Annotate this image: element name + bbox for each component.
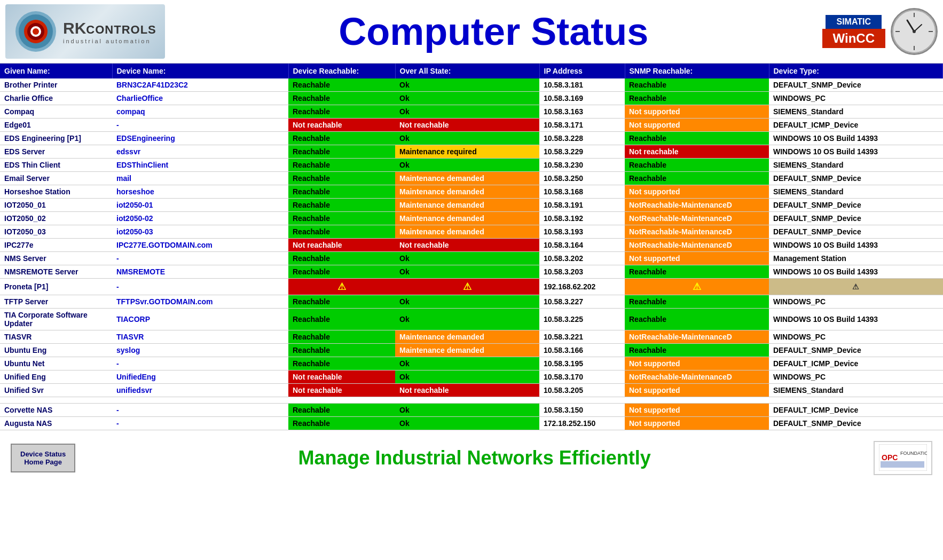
cell-device: TIACORP bbox=[112, 309, 288, 330]
cell-reachable: Not reachable bbox=[288, 119, 395, 132]
device-status-home-button[interactable]: Device Status Home Page bbox=[11, 444, 75, 472]
cell-overall: Ok bbox=[395, 132, 539, 145]
cell-type: SIEMENS_Standard bbox=[769, 384, 943, 397]
table-row: IOT2050_01 iot2050-01 Reachable Maintena… bbox=[0, 199, 943, 212]
cell-ip: 10.58.3.168 bbox=[539, 185, 625, 199]
table-row: Ubuntu Net - Reachable Ok 10.58.3.195 No… bbox=[0, 357, 943, 370]
cell-overall: Ok bbox=[395, 265, 539, 279]
cell-overall: Maintenance demanded bbox=[395, 185, 539, 199]
cell-type: DEFAULT_SNMP_Device bbox=[769, 225, 943, 239]
cell-overall: Not reachable bbox=[395, 119, 539, 132]
svg-text:FOUNDATION: FOUNDATION bbox=[900, 451, 927, 456]
cell-ip: 10.58.3.225 bbox=[539, 309, 625, 330]
table-row: Ubuntu Eng syslog Reachable Maintenance … bbox=[0, 344, 943, 357]
table-row: Email Server mail Reachable Maintenance … bbox=[0, 172, 943, 185]
table-row: TIASVR TIASVR Reachable Maintenance dema… bbox=[0, 330, 943, 344]
cell-reachable: Not reachable bbox=[288, 239, 395, 252]
cell-device: - bbox=[112, 404, 288, 417]
cell-device: - bbox=[112, 357, 288, 370]
cell-snmp: Reachable bbox=[625, 159, 769, 172]
cell-ip: 10.58.3.192 bbox=[539, 212, 625, 225]
cell-reachable: Reachable bbox=[288, 357, 395, 370]
cell-given: IOT2050_03 bbox=[0, 225, 112, 239]
table-row: Charlie Office CharlieOffice Reachable O… bbox=[0, 92, 943, 105]
cell-type: WINDOWS_PC bbox=[769, 370, 943, 384]
cell-given: IOT2050_02 bbox=[0, 212, 112, 225]
cell-snmp: Not reachable bbox=[625, 145, 769, 159]
cell-device: - bbox=[112, 417, 288, 430]
cell-given: Augusta NAS bbox=[0, 417, 112, 430]
cell-ip: 10.58.3.169 bbox=[539, 92, 625, 105]
cell-snmp: Not supported bbox=[625, 105, 769, 119]
cell-type: DEFAULT_ICMP_Device bbox=[769, 357, 943, 370]
status-table-container: Given Name: Device Name: Device Reachabl… bbox=[0, 64, 943, 430]
brand-text-block: RKCONTROLS industrial automation bbox=[63, 19, 156, 44]
cell-overall: Ok bbox=[395, 78, 539, 92]
table-row: NMSREMOTE Server NMSREMOTE Reachable Ok … bbox=[0, 265, 943, 279]
cell-device: - bbox=[112, 279, 288, 295]
cell-overall: Maintenance required bbox=[395, 145, 539, 159]
cell-ip: 10.58.3.203 bbox=[539, 265, 625, 279]
cell-given: Charlie Office bbox=[0, 92, 112, 105]
cell-given: TFTP Server bbox=[0, 295, 112, 309]
cell-ip: 10.58.3.195 bbox=[539, 357, 625, 370]
cell-given: EDS Thin Client bbox=[0, 159, 112, 172]
table-row: Corvette NAS - Reachable Ok 10.58.3.150 … bbox=[0, 404, 943, 417]
cell-reachable: Reachable bbox=[288, 330, 395, 344]
cell-type: WINDOWS_PC bbox=[769, 92, 943, 105]
cell-type: DEFAULT_SNMP_Device bbox=[769, 212, 943, 225]
cell-snmp: Not supported bbox=[625, 252, 769, 265]
cell-given: IOT2050_01 bbox=[0, 199, 112, 212]
cell-given: TIA Corporate Software Updater bbox=[0, 309, 112, 330]
table-row: EDS Thin Client EDSThinClient Reachable … bbox=[0, 159, 943, 172]
cell-given: Unified Svr bbox=[0, 384, 112, 397]
page-title: Computer Status bbox=[165, 10, 822, 53]
cell-ip: 10.58.3.166 bbox=[539, 344, 625, 357]
cell-snmp: NotReachable-MaintenanceD bbox=[625, 212, 769, 225]
cell-ip: 10.58.3.150 bbox=[539, 404, 625, 417]
gear-icon bbox=[14, 10, 58, 53]
cell-given: EDS Server bbox=[0, 145, 112, 159]
page-footer: Device Status Home Page Manage Industria… bbox=[0, 436, 943, 480]
table-row: IPC277e IPC277E.GOTDOMAIN.com Not reacha… bbox=[0, 239, 943, 252]
cell-overall: Not reachable bbox=[395, 239, 539, 252]
cell-snmp: NotReachable-MaintenanceD bbox=[625, 370, 769, 384]
cell-overall: Maintenance demanded bbox=[395, 344, 539, 357]
cell-device: - bbox=[112, 252, 288, 265]
cell-given: NMS Server bbox=[0, 252, 112, 265]
cell-device: unifiedsvr bbox=[112, 384, 288, 397]
cell-reachable: Reachable bbox=[288, 344, 395, 357]
svg-rect-17 bbox=[881, 461, 924, 468]
cell-ip: 10.58.3.202 bbox=[539, 252, 625, 265]
cell-ip: 10.58.3.171 bbox=[539, 119, 625, 132]
cell-given: Compaq bbox=[0, 105, 112, 119]
cell-snmp: Not supported bbox=[625, 417, 769, 430]
cell-reachable: Reachable bbox=[288, 145, 395, 159]
cell-reachable: Reachable bbox=[288, 295, 395, 309]
cell-overall: Maintenance demanded bbox=[395, 212, 539, 225]
logo-area: RKCONTROLS industrial automation bbox=[5, 4, 165, 59]
cell-device: syslog bbox=[112, 344, 288, 357]
table-row: IOT2050_02 iot2050-02 Reachable Maintena… bbox=[0, 212, 943, 225]
table-row: Edge01 - Not reachable Not reachable 10.… bbox=[0, 119, 943, 132]
cell-device: IPC277E.GOTDOMAIN.com bbox=[112, 239, 288, 252]
table-row: Proneta [P1] - ⚠ ⚠ 192.168.62.202 ⚠ ⚠ bbox=[0, 279, 943, 295]
cell-reachable: Reachable bbox=[288, 404, 395, 417]
cell-device: iot2050-01 bbox=[112, 199, 288, 212]
cell-snmp: Reachable bbox=[625, 265, 769, 279]
cell-reachable: Reachable bbox=[288, 212, 395, 225]
cell-ip: 10.58.3.230 bbox=[539, 159, 625, 172]
cell-type: Management Station bbox=[769, 252, 943, 265]
cell-snmp: Not supported bbox=[625, 357, 769, 370]
cell-ip: 10.58.3.227 bbox=[539, 295, 625, 309]
cell-device: mail bbox=[112, 172, 288, 185]
cell-ip: 10.58.3.163 bbox=[539, 105, 625, 119]
cell-snmp: NotReachable-MaintenanceD bbox=[625, 330, 769, 344]
col-header-device: Device Name: bbox=[112, 64, 288, 78]
cell-overall: Maintenance demanded bbox=[395, 330, 539, 344]
cell-ip: 172.18.252.150 bbox=[539, 417, 625, 430]
cell-ip: 10.58.3.170 bbox=[539, 370, 625, 384]
cell-snmp: Reachable bbox=[625, 309, 769, 330]
col-header-ip: IP Address bbox=[539, 64, 625, 78]
col-header-given: Given Name: bbox=[0, 64, 112, 78]
